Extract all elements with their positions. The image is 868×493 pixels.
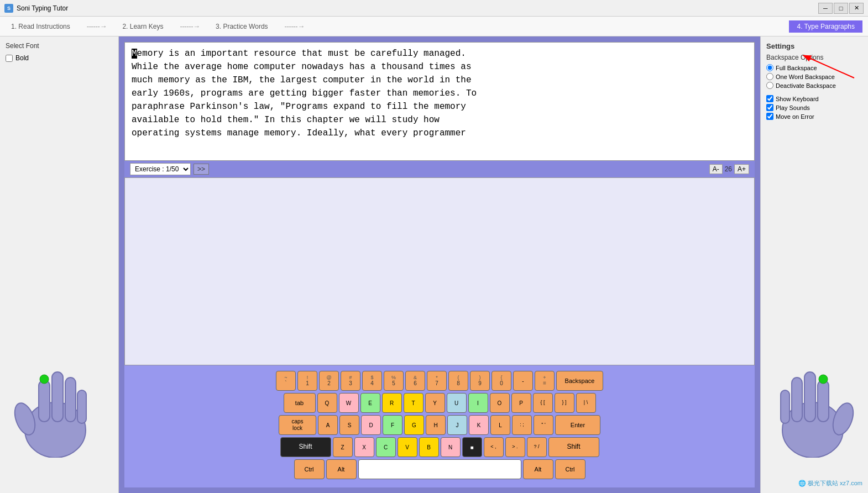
nav-step-3[interactable]: 3. Practice Words bbox=[210, 20, 273, 33]
key-c[interactable]: C bbox=[376, 437, 396, 457]
key-p[interactable]: P bbox=[511, 393, 531, 413]
center-area: Memory is an important resource that mus… bbox=[119, 36, 760, 493]
key-w[interactable]: W bbox=[339, 393, 359, 413]
settings-title: Settings bbox=[766, 42, 862, 50]
bold-checkbox[interactable] bbox=[6, 55, 13, 62]
deactivate-backspace-row[interactable]: Deactivate Backspace bbox=[766, 82, 862, 89]
svg-rect-3 bbox=[52, 372, 63, 422]
key-z[interactable]: Z bbox=[333, 437, 353, 457]
key-shift-left[interactable]: Shift bbox=[280, 437, 331, 457]
key-period[interactable]: > . bbox=[505, 437, 525, 457]
key-slash[interactable]: ? / bbox=[527, 437, 547, 457]
key-alt-right[interactable]: Alt bbox=[523, 459, 553, 479]
one-word-backspace-radio[interactable] bbox=[766, 73, 773, 80]
key-shift-right[interactable]: Shift bbox=[548, 437, 599, 457]
key-r[interactable]: R bbox=[382, 393, 402, 413]
full-backspace-radio[interactable] bbox=[766, 64, 773, 71]
key-semicolon[interactable]: : ; bbox=[512, 415, 532, 435]
deactivate-backspace-radio[interactable] bbox=[766, 82, 773, 89]
one-word-backspace-row[interactable]: One Word Backspace bbox=[766, 73, 862, 80]
full-backspace-row[interactable]: Full Backspace bbox=[766, 64, 862, 71]
key-ctrl-left[interactable]: Ctrl bbox=[294, 459, 325, 479]
key-x[interactable]: X bbox=[354, 437, 374, 457]
key-7[interactable]: *7 bbox=[427, 371, 447, 391]
move-on-error-row[interactable]: Move on Error bbox=[766, 113, 862, 120]
key-capslock[interactable]: capslock bbox=[279, 415, 316, 435]
key-6[interactable]: &6 bbox=[405, 371, 425, 391]
key-i[interactable]: I bbox=[468, 393, 488, 413]
key-u[interactable]: U bbox=[447, 393, 467, 413]
key-j[interactable]: J bbox=[447, 415, 467, 435]
key-t[interactable]: T bbox=[404, 393, 423, 413]
maximize-button[interactable]: □ bbox=[834, 3, 848, 14]
nav-arrow-1: - - - - - - → bbox=[87, 22, 106, 30]
key-8[interactable]: (8 bbox=[448, 371, 468, 391]
key-9[interactable]: )9 bbox=[470, 371, 490, 391]
key-0[interactable]: {0 bbox=[491, 371, 511, 391]
key-d[interactable]: D bbox=[361, 415, 381, 435]
font-increase-button[interactable]: A+ bbox=[734, 164, 749, 174]
show-keyboard-row[interactable]: Show Keyboard bbox=[766, 95, 862, 102]
key-ctrl-right[interactable]: Ctrl bbox=[555, 459, 585, 479]
minimize-button[interactable]: ─ bbox=[818, 3, 833, 14]
key-y[interactable]: Y bbox=[425, 393, 445, 413]
left-sidebar: Select Font Bold bbox=[0, 36, 119, 493]
svg-rect-10 bbox=[781, 390, 789, 423]
key-backtick[interactable]: ~` bbox=[276, 371, 296, 391]
nav-step-2[interactable]: 2. Learn Keys bbox=[117, 20, 169, 33]
title-bar-controls[interactable]: ─ □ ✕ bbox=[818, 3, 864, 14]
key-equals[interactable]: += bbox=[535, 371, 555, 391]
svg-rect-13 bbox=[818, 380, 829, 422]
svg-rect-5 bbox=[77, 390, 86, 423]
key-s[interactable]: S bbox=[339, 415, 359, 435]
key-v[interactable]: V bbox=[398, 437, 417, 457]
typing-area[interactable] bbox=[124, 177, 755, 365]
key-quote[interactable]: " ' bbox=[534, 415, 553, 435]
key-f[interactable]: F bbox=[383, 415, 402, 435]
key-g[interactable]: G bbox=[404, 415, 424, 435]
left-hand-svg bbox=[11, 347, 100, 458]
key-4[interactable]: $4 bbox=[362, 371, 382, 391]
key-e[interactable]: E bbox=[360, 393, 380, 413]
key-backspace[interactable]: Backspace bbox=[556, 371, 603, 391]
key-bracket-r[interactable]: } ] bbox=[555, 393, 574, 413]
close-button[interactable]: ✕ bbox=[849, 3, 864, 14]
key-backslash[interactable]: | \ bbox=[576, 393, 596, 413]
exercise-select-wrap: Exercise : 1/50 >> bbox=[130, 163, 209, 175]
nav-step-1[interactable]: 1. Read Instructions bbox=[6, 20, 76, 33]
nav-arrow-2: - - - - - - → bbox=[180, 22, 199, 30]
key-enter[interactable]: Enter bbox=[555, 415, 600, 435]
move-on-error-checkbox[interactable] bbox=[766, 113, 773, 120]
key-alt-left[interactable]: Alt bbox=[326, 459, 357, 479]
key-1[interactable]: !1 bbox=[297, 371, 317, 391]
key-l[interactable]: L bbox=[490, 415, 510, 435]
paragraph-text: emory is an important resource that must… bbox=[132, 49, 477, 138]
key-k[interactable]: K bbox=[469, 415, 489, 435]
key-b[interactable]: B bbox=[419, 437, 439, 457]
nav-step-4[interactable]: 4. Type Paragraphs bbox=[789, 20, 862, 33]
play-sounds-checkbox[interactable] bbox=[766, 104, 773, 111]
font-decrease-button[interactable]: A- bbox=[709, 164, 723, 174]
key-bracket-l[interactable]: { [ bbox=[533, 393, 553, 413]
play-sounds-row[interactable]: Play Sounds bbox=[766, 104, 862, 111]
bold-checkbox-row[interactable]: Bold bbox=[6, 54, 113, 62]
key-space[interactable] bbox=[358, 459, 521, 479]
key-row-1: ~` !1 @2 #3 $4 %5 &6 *7 (8 )9 {0 - += Ba… bbox=[276, 371, 603, 391]
key-m[interactable]: ■ bbox=[462, 437, 482, 457]
key-2[interactable]: @2 bbox=[319, 371, 339, 391]
key-3[interactable]: #3 bbox=[341, 371, 360, 391]
key-a[interactable]: A bbox=[318, 415, 338, 435]
key-comma[interactable]: < , bbox=[484, 437, 504, 457]
key-o[interactable]: O bbox=[490, 393, 510, 413]
exercise-next-button[interactable]: >> bbox=[194, 164, 209, 175]
key-row-5: Ctrl Alt Alt Ctrl bbox=[294, 459, 585, 479]
show-keyboard-checkbox[interactable] bbox=[766, 95, 773, 102]
key-minus[interactable]: - bbox=[513, 371, 533, 391]
key-n[interactable]: N bbox=[441, 437, 461, 457]
backspace-options-title: Backspace Options bbox=[766, 54, 862, 61]
key-5[interactable]: %5 bbox=[384, 371, 404, 391]
key-q[interactable]: Q bbox=[317, 393, 337, 413]
exercise-select[interactable]: Exercise : 1/50 bbox=[130, 163, 191, 175]
key-tab[interactable]: tab bbox=[284, 393, 316, 413]
key-h[interactable]: H bbox=[426, 415, 446, 435]
